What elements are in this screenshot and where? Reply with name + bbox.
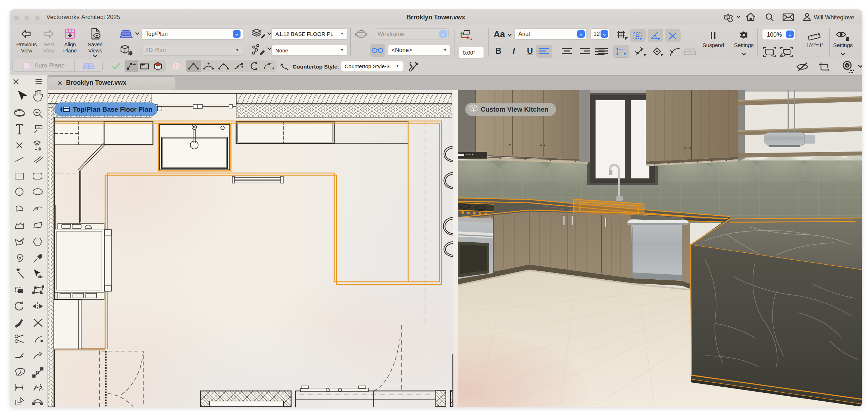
svg-text:Top/Plan Base Floor Plan: Top/Plan Base Floor Plan <box>73 106 153 113</box>
svg-text:Custom View Kitchen: Custom View Kitchen <box>481 106 549 113</box>
svg-text:V: V <box>846 64 848 67</box>
